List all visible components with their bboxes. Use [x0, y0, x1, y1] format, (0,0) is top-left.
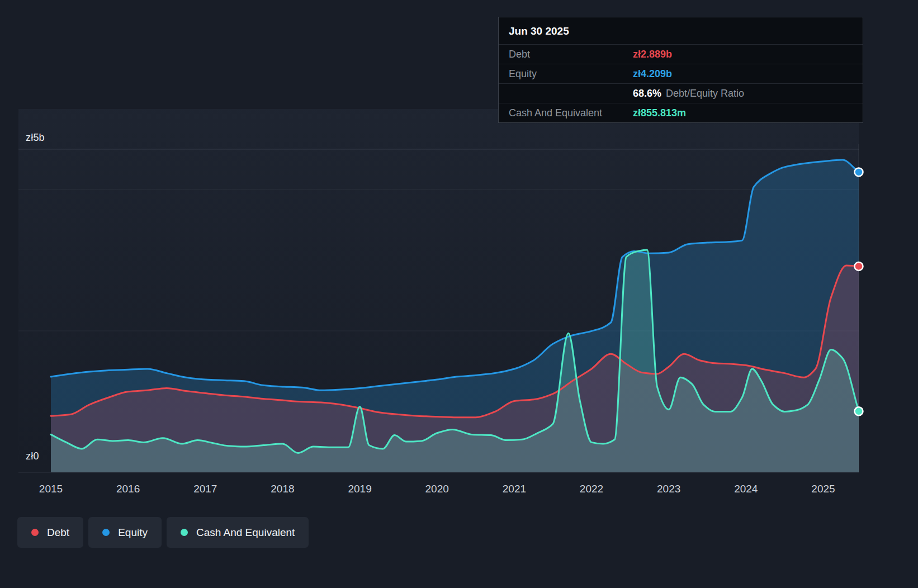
x-tick-2021: 2021 [503, 483, 526, 495]
debt-equity-ratio-label: Debt/Equity Ratio [666, 88, 744, 99]
legend: Debt Equity Cash And Equivalent [17, 517, 309, 548]
legend-item-debt[interactable]: Debt [17, 517, 83, 548]
cash-legend-dot-icon [181, 529, 188, 536]
debt-end-marker [855, 262, 863, 271]
tooltip-debt-label: Debt [509, 49, 633, 60]
tooltip-row-ratio: 68.6%Debt/Equity Ratio [499, 83, 863, 103]
y-axis-label-top: zł5b [26, 132, 45, 144]
x-tick-2023: 2023 [657, 483, 680, 495]
legend-item-cash[interactable]: Cash And Equivalent [167, 517, 309, 548]
chart-tooltip: Jun 30 2025 Debt zł2.889b Equity zł4.209… [498, 17, 863, 123]
tooltip-ratio-value: 68.6%Debt/Equity Ratio [633, 88, 744, 99]
debt-legend-dot-icon [31, 529, 39, 536]
x-tick-2022: 2022 [580, 483, 603, 495]
tooltip-cash-value: zł855.813m [633, 107, 686, 119]
x-tick-2018: 2018 [271, 483, 294, 495]
tooltip-cash-label: Cash And Equivalent [509, 107, 633, 119]
legend-item-equity[interactable]: Equity [88, 517, 162, 548]
equity-legend-label: Equity [118, 527, 148, 539]
x-tick-2015: 2015 [39, 483, 63, 495]
tooltip-debt-value: zł2.889b [633, 49, 672, 60]
tooltip-row-debt: Debt zł2.889b [499, 44, 863, 64]
debt-equity-ratio-value: 68.6% [633, 88, 661, 99]
x-tick-2024: 2024 [734, 483, 758, 495]
y-axis-label-zero: zł0 [26, 451, 39, 462]
debt-legend-label: Debt [47, 527, 69, 539]
tooltip-date: Jun 30 2025 [499, 17, 863, 44]
tooltip-row-equity: Equity zł4.209b [499, 64, 863, 83]
tooltip-equity-label: Equity [509, 68, 633, 80]
x-tick-2019: 2019 [348, 483, 371, 495]
x-tick-2016: 2016 [116, 483, 140, 495]
x-tick-2025: 2025 [811, 483, 835, 495]
x-tick-2017: 2017 [193, 483, 217, 495]
cash-legend-label: Cash And Equivalent [196, 527, 295, 539]
tooltip-row-cash: Cash And Equivalent zł855.813m [499, 103, 863, 122]
equity-legend-dot-icon [102, 529, 110, 536]
equity-end-marker [855, 168, 863, 176]
cash-and-equivalent-end-marker [855, 407, 863, 415]
x-tick-2020: 2020 [425, 483, 449, 495]
tooltip-equity-value: zł4.209b [633, 68, 672, 80]
